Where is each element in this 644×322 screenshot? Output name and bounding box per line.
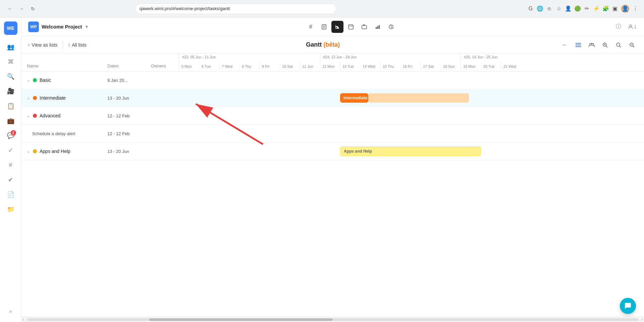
- sidebar-item-video[interactable]: 🎥: [4, 85, 17, 98]
- svg-line-28: [633, 46, 634, 47]
- file-icon: 📄: [7, 191, 14, 198]
- scrollbar-thumb[interactable]: [149, 318, 333, 321]
- sidebar-item-hash[interactable]: #: [4, 158, 17, 172]
- nav-buttons: ← → ↻: [5, 4, 38, 13]
- info-icon[interactable]: ⓘ: [613, 21, 624, 32]
- view-as-lists-button[interactable]: ‹ View as lists: [28, 42, 57, 48]
- doc-view-button[interactable]: [318, 21, 330, 33]
- advanced-chevron[interactable]: ⌄: [27, 113, 30, 118]
- svg-point-25: [616, 43, 620, 46]
- ext3-icon[interactable]: ⚡: [593, 5, 600, 12]
- apps-name-label: Apps and Help: [40, 149, 70, 154]
- calendar-view-button[interactable]: [345, 21, 357, 33]
- refresh-button[interactable]: ↻: [28, 4, 38, 13]
- sidebar-item-briefcase[interactable]: 💼: [4, 114, 17, 127]
- user-icon[interactable]: 1: [627, 21, 637, 32]
- scrollbar-track[interactable]: [27, 318, 639, 321]
- sidebar-item-check[interactable]: ✓: [4, 144, 17, 157]
- sidebar-item-chat[interactable]: 💬 2: [4, 129, 17, 142]
- search-icon: 🔍: [7, 73, 14, 80]
- gantt-nav-right: ←: [559, 40, 637, 50]
- day-16fri: 16 Fri: [400, 62, 421, 71]
- column-headers: Name Dates Owners #23, 05 Jun - 11 Jun #…: [21, 54, 644, 71]
- name-column-header: Name: [21, 54, 102, 71]
- hash-view-button[interactable]: #: [305, 21, 317, 33]
- browser-chrome: ← → ↻ qawerk.wimi.pro/#/welcome-project/…: [0, 0, 644, 17]
- day-18sun: 18 Sun: [441, 62, 461, 71]
- avatar-icon[interactable]: 👤: [621, 5, 629, 13]
- back-button[interactable]: ←: [5, 4, 15, 13]
- search-button[interactable]: [613, 40, 624, 50]
- intermediate-chevron[interactable]: ⌄: [27, 96, 30, 100]
- day-8thu: 8 Thu: [239, 62, 260, 71]
- svg-rect-11: [376, 27, 377, 29]
- sidebar-logo: WE: [4, 21, 17, 35]
- intermediate-bar-solid[interactable]: Intermediate: [340, 93, 368, 103]
- sidebar-item-search[interactable]: 🔍: [4, 70, 17, 83]
- owners-column-header: Owners: [146, 54, 179, 71]
- zoom-out-button[interactable]: [627, 40, 637, 50]
- sidebar-item-folder[interactable]: 📁: [4, 203, 17, 216]
- address-bar[interactable]: qawerk.wimi.pro/#/welcome-project/tasks/…: [135, 3, 336, 14]
- svg-rect-5: [337, 27, 339, 28]
- row-basic: ⌄ Basic 9 Jan 20...: [21, 71, 644, 89]
- toolbar: WP Welcome Project ▼ #: [21, 17, 644, 36]
- forward-button[interactable]: →: [17, 4, 26, 13]
- chart-view-button[interactable]: [372, 21, 384, 33]
- chat-badge: 2: [11, 130, 16, 136]
- briefcase-icon: 💼: [7, 117, 14, 124]
- ext2-icon[interactable]: ✏: [584, 5, 590, 12]
- row-basic-dates: 9 Jan 20...: [102, 78, 146, 83]
- apps-dot: [33, 149, 37, 153]
- gantt-view-button[interactable]: [331, 21, 343, 33]
- day-9fri: 9 Fri: [260, 62, 280, 71]
- app-layout: WE 👥 ⌘ 🔍 🎥 📋 💼 💬 2 ✓ # ✔: [0, 17, 644, 322]
- sidebar-item-people[interactable]: 👥: [4, 40, 17, 54]
- week-25-label: #25, 19 Jun - 25 Jun: [461, 54, 541, 62]
- day-17sat: 17 Sat: [421, 62, 441, 71]
- gantt-people-button[interactable]: [586, 40, 597, 50]
- project-title[interactable]: WP Welcome Project ▼: [28, 21, 89, 32]
- row-advanced-timeline: [179, 107, 644, 124]
- toolbar-right: ⓘ 1: [613, 21, 637, 32]
- menu-icon[interactable]: ⋮: [632, 5, 639, 12]
- week-labels: #23, 05 Jun - 11 Jun #24, 12 Jun - 18 Ju…: [179, 54, 644, 62]
- basic-chevron[interactable]: ⌄: [27, 78, 30, 83]
- day-20tue: 20 Tue: [481, 62, 501, 71]
- intermediate-name-label: Intermediate: [40, 95, 66, 101]
- zoom-in-button[interactable]: [600, 40, 610, 50]
- gantt-list-button[interactable]: [573, 40, 584, 50]
- sidebar-item-checkmark[interactable]: ✔: [4, 173, 17, 186]
- history-view-button[interactable]: [385, 21, 397, 33]
- portfolio-view-button[interactable]: [358, 21, 370, 33]
- sidebar-item-file[interactable]: 📄: [4, 188, 17, 201]
- toolbar-center: #: [89, 21, 613, 33]
- gantt-title: Gantt (bêta): [87, 41, 559, 48]
- ext4-icon[interactable]: 🧩: [602, 5, 609, 12]
- row-intermediate-timeline: Intermediate: [179, 89, 644, 107]
- profile-icon[interactable]: 👤: [565, 5, 572, 12]
- basic-name-label: Basic: [40, 77, 51, 83]
- row-apps-help: ⌄ Apps and Help 13 - 20 Jun Apps and Hel…: [21, 143, 644, 160]
- apps-help-bar[interactable]: Apps and Help: [340, 147, 481, 156]
- sidebar-expand-button[interactable]: »: [4, 305, 17, 318]
- gantt-back-button[interactable]: ←: [559, 40, 570, 50]
- row-basic-name: ⌄ Basic: [21, 77, 102, 83]
- main-content: WP Welcome Project ▼ #: [21, 17, 644, 322]
- day-labels: 5 Mon 6 Tue 7 Wed 8 Thu 9 Fri 10 Sat 11 …: [179, 62, 644, 71]
- apps-chevron[interactable]: ⌄: [27, 149, 30, 154]
- google-icon[interactable]: G: [527, 5, 534, 12]
- ext1-icon[interactable]: 🟢: [574, 5, 581, 12]
- sidebar-item-grid[interactable]: ⌘: [4, 55, 17, 68]
- grid-icon: ⌘: [8, 58, 14, 65]
- star-icon[interactable]: ☆: [555, 5, 562, 12]
- all-lists-button[interactable]: ⁝ All lists: [68, 42, 87, 48]
- svg-rect-12: [377, 26, 378, 29]
- window-icon[interactable]: ▣: [612, 5, 619, 12]
- share-icon[interactable]: ⎋: [546, 5, 553, 12]
- gantt-scrollbar[interactable]: ‹ ›: [21, 317, 644, 322]
- translate-icon[interactable]: 🌐: [537, 5, 543, 12]
- sidebar-item-clipboard[interactable]: 📋: [4, 99, 17, 113]
- chat-bubble-button[interactable]: [620, 298, 636, 314]
- gantt-header-bar: ‹ View as lists ⁝ All lists Gantt (bêta)…: [21, 36, 644, 54]
